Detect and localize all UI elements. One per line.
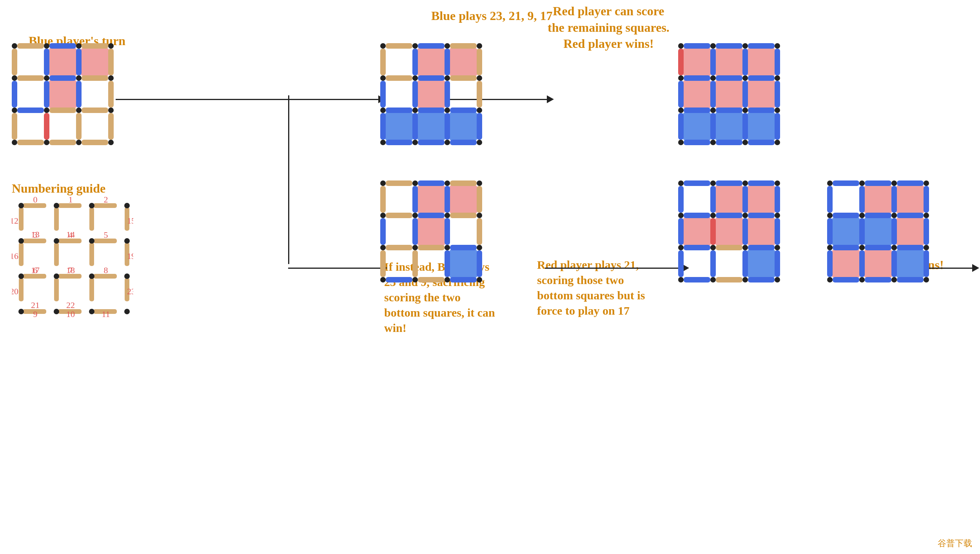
- blue-plays-top-label: Blue plays 23, 21, 9, 17: [431, 8, 552, 24]
- svg-text:2: 2: [104, 196, 108, 204]
- svg-text:16: 16: [12, 251, 18, 261]
- svg-point-39: [124, 309, 130, 314]
- numbering-guide-label: Numbering guide: [12, 180, 105, 197]
- svg-text:6: 6: [33, 265, 38, 275]
- arrow-1-2: [116, 95, 385, 103]
- svg-point-33: [54, 273, 59, 279]
- svg-point-29: [54, 238, 59, 244]
- svg-text:19: 19: [127, 251, 133, 261]
- svg-point-38: [89, 309, 94, 314]
- svg-text:3: 3: [33, 230, 38, 240]
- svg-text:1: 1: [69, 196, 73, 204]
- watermark: 谷普下载: [938, 538, 972, 549]
- svg-rect-20: [89, 278, 94, 301]
- svg-text:9: 9: [33, 309, 38, 318]
- svg-text:4: 4: [69, 230, 73, 240]
- svg-point-31: [124, 238, 130, 244]
- svg-rect-12: [19, 207, 24, 231]
- svg-point-34: [89, 273, 94, 279]
- svg-text:8: 8: [104, 265, 108, 275]
- svg-rect-13: [19, 242, 24, 266]
- svg-point-28: [18, 238, 24, 244]
- svg-text:23: 23: [127, 286, 133, 296]
- svg-text:7: 7: [69, 265, 73, 275]
- red-can-score-label: Red player can scorethe remaining square…: [548, 3, 670, 52]
- svg-point-24: [18, 203, 24, 208]
- svg-point-25: [54, 203, 59, 208]
- svg-rect-14: [19, 278, 24, 301]
- svg-point-36: [18, 309, 24, 314]
- svg-text:22: 22: [66, 300, 75, 310]
- svg-point-37: [54, 309, 59, 314]
- svg-rect-16: [54, 242, 59, 266]
- svg-text:11: 11: [102, 309, 110, 318]
- svg-rect-18: [89, 207, 94, 231]
- svg-text:21: 21: [31, 300, 40, 310]
- svg-point-35: [124, 273, 130, 279]
- svg-text:10: 10: [66, 309, 75, 318]
- svg-rect-19: [89, 242, 94, 266]
- numbering-guide: 0 1 2 12 13 14 15 3 4 5 16 17 18 19 6 7 …: [12, 196, 133, 319]
- svg-point-27: [124, 203, 130, 208]
- svg-text:12: 12: [12, 216, 18, 226]
- svg-text:0: 0: [33, 196, 38, 204]
- svg-point-26: [89, 203, 94, 208]
- svg-point-32: [18, 273, 24, 279]
- svg-rect-15: [54, 207, 59, 231]
- svg-text:20: 20: [12, 286, 18, 296]
- svg-text:5: 5: [104, 230, 108, 240]
- arrow-fork-horiz: [288, 264, 387, 272]
- svg-rect-17: [54, 278, 59, 301]
- arrow-fork-vert: [288, 95, 289, 264]
- svg-point-30: [89, 238, 94, 244]
- svg-text:15: 15: [127, 216, 133, 226]
- arrow-4-5: [545, 264, 689, 272]
